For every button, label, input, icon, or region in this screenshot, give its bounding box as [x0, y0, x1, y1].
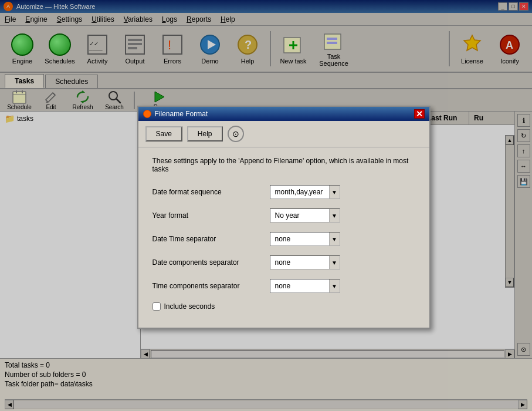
include-seconds-label[interactable]: Include seconds — [164, 302, 215, 311]
date-comp-sep-arrow[interactable]: ▼ — [329, 256, 340, 269]
date-comp-sep-value: none — [270, 257, 329, 268]
modal-overlay: Filename Format ✕ Save Help ⊙ These sett… — [0, 0, 532, 411]
modal-circle-icon: ⊙ — [228, 126, 244, 142]
time-comp-sep-row: Time components separator none ▼ — [153, 279, 415, 293]
date-format-arrow[interactable]: ▼ — [329, 186, 340, 198]
modal-title-text: Filename Format — [155, 110, 208, 118]
modal-content: These settings apply to the 'Append to F… — [138, 147, 429, 320]
date-format-value: month,day,year — [270, 186, 329, 198]
include-seconds-checkbox[interactable] — [153, 302, 161, 311]
time-comp-sep-dropdown[interactable]: none ▼ — [270, 279, 340, 293]
time-comp-sep-value: none — [270, 280, 329, 292]
modal-toolbar: Save Help ⊙ — [138, 121, 429, 147]
datetime-sep-label: Date Time separator — [153, 235, 270, 243]
modal-title-bar: Filename Format ✕ — [138, 107, 429, 121]
datetime-sep-row: Date Time separator none ▼ — [153, 232, 415, 246]
year-format-row: Year format No year ▼ — [153, 208, 415, 223]
date-format-label: Date format sequence — [153, 188, 270, 196]
year-format-value: No year — [270, 210, 329, 221]
year-format-dropdown[interactable]: No year ▼ — [270, 208, 340, 223]
datetime-sep-value: none — [270, 233, 329, 245]
modal-icon — [143, 110, 151, 118]
date-comp-sep-dropdown[interactable]: none ▼ — [270, 255, 340, 269]
modal-close-button[interactable]: ✕ — [414, 109, 425, 119]
date-comp-sep-label: Date components separator — [153, 258, 270, 267]
modal-description: These settings apply to the 'Append to F… — [153, 157, 415, 173]
time-comp-sep-label: Time components separator — [153, 282, 270, 290]
include-seconds-row: Include seconds — [153, 302, 415, 311]
date-format-row: Date format sequence month,day,year ▼ — [153, 185, 415, 199]
modal-help-button[interactable]: Help — [187, 126, 223, 142]
year-format-label: Year format — [153, 211, 270, 220]
modal-title-left: Filename Format — [143, 110, 208, 118]
modal-save-button[interactable]: Save — [145, 126, 182, 142]
datetime-sep-dropdown[interactable]: none ▼ — [270, 232, 340, 246]
year-format-arrow[interactable]: ▼ — [329, 209, 340, 222]
time-comp-sep-arrow[interactable]: ▼ — [329, 279, 340, 292]
date-format-dropdown[interactable]: month,day,year ▼ — [270, 185, 340, 199]
datetime-sep-arrow[interactable]: ▼ — [329, 233, 340, 245]
filename-format-modal: Filename Format ✕ Save Help ⊙ These sett… — [137, 106, 431, 329]
date-comp-sep-row: Date components separator none ▼ — [153, 255, 415, 269]
